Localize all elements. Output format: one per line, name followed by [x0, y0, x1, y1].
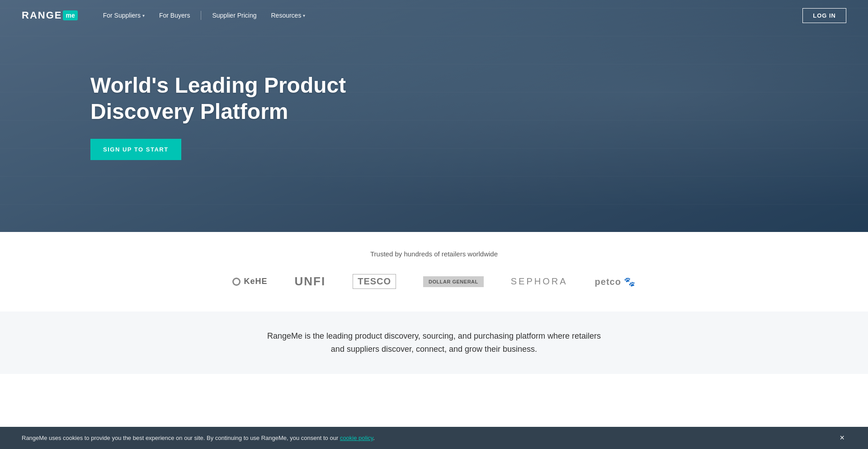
retailer-logo-sephora: SEPHORA: [511, 276, 568, 287]
retailer-logo-tesco: TESCO: [353, 274, 396, 289]
login-button[interactable]: LOG IN: [802, 8, 846, 23]
nav-for-buyers[interactable]: For Buyers: [152, 12, 197, 19]
nav-for-suppliers[interactable]: For Suppliers ▾: [96, 12, 152, 19]
logo[interactable]: RANGEme: [22, 9, 78, 21]
nav-resources[interactable]: Resources ▾: [264, 12, 312, 19]
navbar: RANGEme For Suppliers ▾ For Buyers Suppl…: [0, 0, 868, 31]
nav-supplier-pricing[interactable]: Supplier Pricing: [205, 12, 264, 19]
nav-divider: [201, 11, 201, 20]
retailer-logo-petco: petco 🐾: [595, 276, 636, 287]
hero-section: World's Leading Product Discovery Platfo…: [0, 0, 868, 232]
retailers-logos: KeHE UNFI TESCO DOLLAR GENERAL SEPHORA p…: [22, 274, 846, 289]
nav-links: For Suppliers ▾ For Buyers Supplier Pric…: [96, 11, 803, 20]
logo-me: me: [63, 10, 77, 20]
retailers-section: Trusted by hundreds of retailers worldwi…: [0, 232, 868, 312]
signup-button[interactable]: SIGN UP TO START: [90, 139, 181, 160]
bottom-section: RangeMe is the leading product discovery…: [0, 312, 868, 374]
logo-range: RANGE: [22, 9, 62, 21]
chevron-down-icon: ▾: [303, 13, 305, 18]
retailers-tagline: Trusted by hundreds of retailers worldwi…: [22, 250, 846, 258]
kehe-icon: [232, 278, 241, 286]
bottom-text: RangeMe is the leading product discovery…: [262, 330, 606, 356]
retailer-logo-unfi: UNFI: [295, 274, 326, 288]
retailer-logo-kehe: KeHE: [232, 277, 268, 286]
hero-title: World's Leading Product Discovery Platfo…: [90, 72, 407, 124]
retailer-logo-dollar-general: DOLLAR GENERAL: [423, 276, 484, 287]
chevron-down-icon: ▾: [142, 13, 145, 18]
